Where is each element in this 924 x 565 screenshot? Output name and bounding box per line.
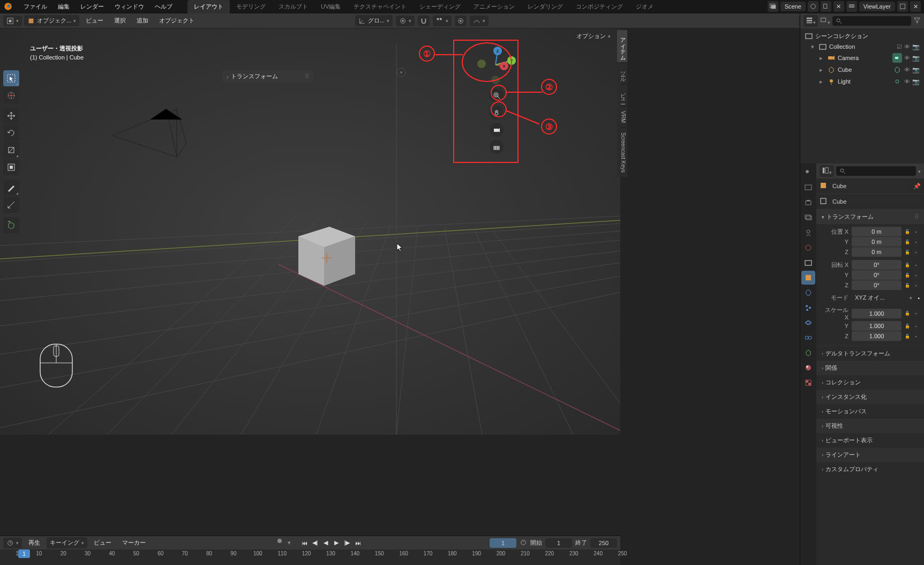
3d-viewport[interactable]: ユーザー・透視投影 (1) Collection | Cube + Z Y X bbox=[0, 28, 620, 435]
panel-instancing[interactable]: ›インスタンス化 bbox=[816, 390, 924, 404]
render-icon[interactable]: 📷 bbox=[912, 55, 920, 62]
tree-row-light[interactable]: ▸ Light 👁 📷 bbox=[802, 76, 922, 87]
side-tab-tool[interactable]: ツール bbox=[617, 63, 627, 84]
tool-transform[interactable] bbox=[3, 159, 19, 175]
tool-scale[interactable] bbox=[3, 142, 19, 158]
eye-icon[interactable]: 👁 bbox=[904, 78, 910, 85]
anim-dot-icon[interactable]: • bbox=[912, 261, 920, 270]
timeline-menu-view[interactable]: ビュー bbox=[89, 537, 116, 548]
outliner-editor-dropdown[interactable]: ▾ bbox=[803, 15, 818, 27]
jump-start-icon[interactable]: ⏮ bbox=[299, 538, 309, 548]
outliner-display-mode[interactable]: ▾ bbox=[820, 17, 830, 25]
scene-copy-icon[interactable] bbox=[821, 1, 831, 12]
clock-icon[interactable] bbox=[520, 539, 527, 547]
lock-icon[interactable]: 🔓 bbox=[904, 261, 911, 270]
keyframe-prev-icon[interactable]: ◀| bbox=[310, 538, 320, 548]
lock-icon[interactable]: 🔓 bbox=[904, 281, 911, 290]
panel-custom-props[interactable]: ›カスタムプロパティ bbox=[816, 462, 924, 477]
ws-tab-modeling[interactable]: モデリング bbox=[230, 0, 272, 13]
tool-annotate[interactable] bbox=[3, 180, 19, 196]
ws-tab-uv[interactable]: UV編集 bbox=[314, 0, 347, 13]
proportional-toggle[interactable] bbox=[455, 16, 467, 26]
timeline-ruler[interactable]: 1 11020304050607080901001101201301401501… bbox=[0, 549, 620, 565]
scene-new-icon[interactable] bbox=[808, 1, 818, 12]
proportional-dropdown[interactable]: ▾ bbox=[470, 16, 489, 26]
side-tab-vrm[interactable]: VRM bbox=[617, 107, 627, 127]
anim-dot-icon[interactable]: • bbox=[912, 309, 920, 318]
ws-tab-shading[interactable]: シェーディング bbox=[413, 0, 467, 13]
scene-dropdown[interactable]: Scene bbox=[780, 2, 806, 11]
ptab-tool[interactable] bbox=[801, 166, 815, 180]
panel-visibility[interactable]: ›可視性 bbox=[816, 419, 924, 433]
play-icon[interactable]: ▶ bbox=[332, 538, 341, 548]
ws-tab-compositing[interactable]: コンポジティング bbox=[569, 0, 629, 13]
checkbox-icon[interactable]: ☑ bbox=[897, 43, 902, 50]
tool-move[interactable] bbox=[3, 108, 19, 124]
anim-dot-icon[interactable]: • bbox=[912, 227, 920, 236]
light-object[interactable] bbox=[394, 65, 409, 80]
panel-transform-header[interactable]: ▾ トランスフォーム ⠿ bbox=[816, 210, 924, 224]
anim-dot-icon[interactable]: • bbox=[912, 271, 920, 280]
timeline-menu-playback[interactable]: 再生 bbox=[24, 537, 44, 548]
pivot-dropdown[interactable]: ▾ bbox=[396, 16, 415, 26]
eye-icon[interactable]: 👁 bbox=[904, 55, 910, 62]
lock-icon[interactable]: 🔓 bbox=[904, 309, 911, 318]
anim-dot-icon[interactable]: • bbox=[912, 281, 920, 290]
ws-tab-layout[interactable]: レイアウト bbox=[187, 0, 230, 13]
menu-render[interactable]: レンダー bbox=[75, 1, 109, 13]
keyframe-next-icon[interactable]: |▶ bbox=[342, 538, 352, 548]
tool-rotate[interactable] bbox=[3, 125, 19, 141]
frame-start-input[interactable]: 1 bbox=[545, 538, 572, 548]
snap-toggle[interactable] bbox=[418, 16, 430, 26]
ptab-texture[interactable] bbox=[801, 376, 815, 390]
viewlayer-dropdown[interactable]: ViewLayer bbox=[859, 2, 895, 11]
menu-file[interactable]: ファイル bbox=[18, 1, 52, 13]
chevron-right-icon[interactable]: ▸ bbox=[820, 78, 825, 85]
ws-tab-geonodes[interactable]: ジオメ bbox=[629, 0, 660, 13]
frame-end-input[interactable]: 250 bbox=[590, 538, 617, 548]
tool-cursor[interactable] bbox=[3, 87, 19, 103]
transform-orientation-dropdown[interactable]: グロ...▾ bbox=[355, 15, 393, 26]
ws-tab-rendering[interactable]: レンダリング bbox=[521, 0, 569, 13]
ptab-viewlayer[interactable] bbox=[801, 211, 815, 225]
panel-relations[interactable]: ›関係 bbox=[816, 361, 924, 375]
ptab-material[interactable] bbox=[801, 361, 815, 375]
ptab-scene[interactable] bbox=[801, 226, 815, 240]
chevron-down-icon[interactable]: ▾ bbox=[811, 43, 816, 50]
ws-tab-texpaint[interactable]: テクスチャペイント bbox=[347, 0, 413, 13]
loc-x-input[interactable]: 0 m bbox=[852, 227, 902, 236]
ptab-output[interactable] bbox=[801, 196, 815, 210]
outliner-search[interactable] bbox=[832, 16, 911, 26]
render-icon[interactable]: 📷 bbox=[912, 43, 920, 50]
scene-browse-icon[interactable] bbox=[768, 1, 778, 12]
outliner-filter-icon[interactable] bbox=[913, 17, 921, 25]
scale-x-input[interactable]: 1.000 bbox=[852, 309, 902, 318]
panel-viewport-display[interactable]: ›ビューポート表示 bbox=[816, 433, 924, 448]
ptab-constraint[interactable] bbox=[801, 331, 815, 345]
ws-tab-animation[interactable]: アニメーション bbox=[467, 0, 521, 13]
eye-icon[interactable]: 👁 bbox=[904, 66, 910, 73]
anim-dot-icon[interactable]: • bbox=[912, 332, 920, 341]
mode-dropdown[interactable]: オブジェク... ▾ bbox=[24, 15, 79, 26]
lock-icon[interactable]: 🔓 bbox=[904, 322, 911, 331]
ptab-modifier[interactable] bbox=[801, 286, 815, 300]
render-icon[interactable]: 📷 bbox=[912, 66, 920, 73]
anim-dot-icon[interactable]: • bbox=[912, 322, 920, 331]
tree-scene-collection[interactable]: シーンコレクション bbox=[802, 31, 922, 41]
snap-dropdown[interactable]: ▾ bbox=[433, 16, 452, 26]
rot-x-input[interactable]: 0° bbox=[852, 260, 902, 270]
lock-icon[interactable]: 🔓 bbox=[904, 248, 911, 257]
rotation-mode-dropdown[interactable]: XYZ オイ...▾ bbox=[852, 292, 915, 303]
ptab-world[interactable] bbox=[801, 241, 815, 255]
viewlayer-browse-icon[interactable] bbox=[846, 1, 857, 12]
panel-delta-transform[interactable]: ›デルタトランスフォーム bbox=[816, 346, 924, 361]
rot-y-input[interactable]: 0° bbox=[852, 270, 902, 280]
cube-object[interactable] bbox=[292, 220, 367, 301]
ptab-physics[interactable] bbox=[801, 316, 815, 330]
object-name-chip[interactable]: Cube bbox=[829, 182, 911, 190]
scale-y-input[interactable]: 1.000 bbox=[852, 321, 902, 331]
lock-icon[interactable]: 🔓 bbox=[904, 332, 911, 341]
panel-lineart[interactable]: ›ラインアート bbox=[816, 448, 924, 462]
props-search[interactable] bbox=[836, 166, 916, 176]
panel-collections[interactable]: ›コレクション bbox=[816, 375, 924, 390]
